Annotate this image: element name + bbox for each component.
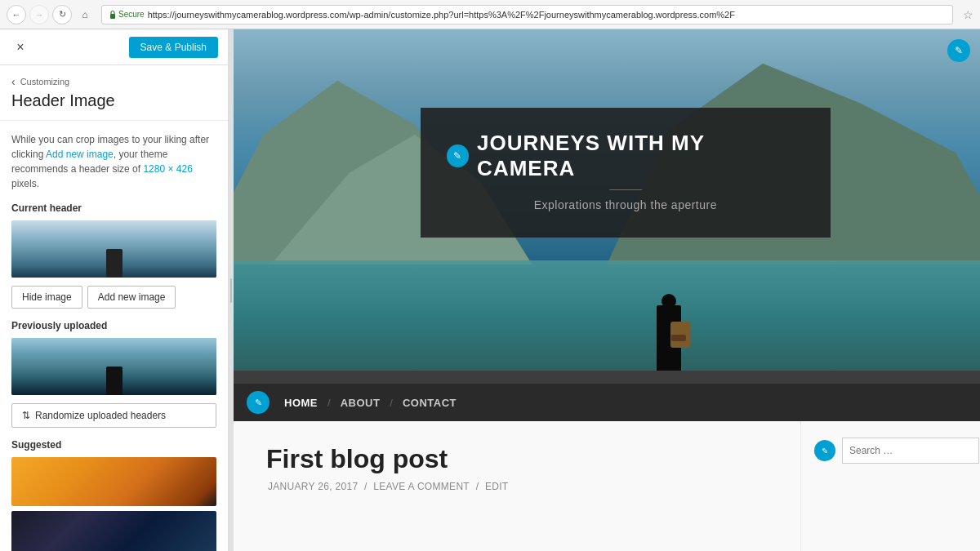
nav-item-contact[interactable]: CONTACT [398, 393, 461, 412]
lake-reflection [234, 260, 980, 370]
customizing-label: Customizing [20, 77, 70, 87]
home-button[interactable]: ⌂ [75, 5, 95, 24]
site-tagline: Explorations through the aperture [447, 198, 805, 211]
nav-separator-1: / [327, 397, 331, 409]
back-button[interactable]: ← [7, 5, 26, 24]
search-widget: ✎ SEARCH [814, 438, 967, 464]
blog-sidebar: ✎ SEARCH [800, 421, 980, 551]
search-input[interactable] [842, 438, 979, 464]
hide-image-button[interactable]: Hide image [11, 286, 82, 309]
address-bar[interactable]: Secure https://journeyswithmycamerablog.… [101, 5, 953, 24]
back-arrow-icon: ‹ [11, 75, 16, 88]
refresh-button[interactable]: ↻ [52, 5, 72, 24]
bookmark-icon[interactable]: ☆ [963, 8, 973, 21]
current-header-label: Current header [11, 202, 216, 214]
back-link[interactable]: ‹ Customizing [11, 75, 216, 88]
blog-main: First blog post JANUARY 26, 2017 / LEAVE… [234, 421, 800, 551]
browser-chrome: ← → ↻ ⌂ Secure https://journeyswithmycam… [0, 0, 980, 29]
site-title-overlay: ✎ JOURNEYS WITH MY CAMERA Explorations t… [421, 108, 831, 238]
panel-title: Header Image [11, 91, 216, 110]
site-header: ✎ JOURNEYS WITH MY CAMERA Explorations t… [234, 29, 980, 421]
svg-rect-0 [110, 14, 115, 19]
add-new-image-button[interactable]: Add new image [87, 286, 176, 309]
suggested-images [11, 457, 216, 551]
sidebar-edit-icon[interactable]: ✎ [814, 440, 835, 461]
current-header-preview [11, 220, 216, 278]
header-edit-icon[interactable]: ✎ [947, 39, 970, 62]
post-date: JANUARY 26, 2017 [268, 481, 358, 492]
leave-comment-link[interactable]: LEAVE A COMMENT [373, 481, 470, 492]
title-edit-icon[interactable]: ✎ [447, 144, 470, 167]
preview-area: ✎ JOURNEYS WITH MY CAMERA Explorations t… [234, 29, 980, 551]
post-meta: JANUARY 26, 2017 / LEAVE A COMMENT / EDI… [266, 481, 768, 492]
customizer-panel: × Save & Publish ‹ Customizing Header Im… [0, 29, 229, 551]
post-title: First blog post [266, 444, 768, 474]
forward-button[interactable]: → [29, 5, 49, 24]
nav-separator-2: / [390, 397, 393, 409]
panel-header: ‹ Customizing Header Image [0, 65, 228, 121]
site-title-row: ✎ JOURNEYS WITH MY CAMERA [447, 131, 805, 181]
nav-buttons: ← → ↻ ⌂ [7, 5, 95, 24]
meta-sep-2: / [476, 481, 479, 492]
secure-badge: Secure [109, 10, 145, 20]
blog-content: First blog post JANUARY 26, 2017 / LEAVE… [234, 421, 980, 551]
nav-item-about[interactable]: ABOUT [336, 393, 385, 412]
title-divider [609, 189, 642, 190]
previously-uploaded-label: Previously uploaded [11, 320, 216, 331]
panel-description: While you can crop images to your liking… [11, 132, 216, 191]
panel-toolbar: × Save & Publish [0, 29, 228, 65]
randomize-icon: ⇅ [22, 410, 30, 421]
url-text: https://journeyswithmycamerablog.wordpre… [148, 10, 735, 20]
close-button[interactable]: × [10, 37, 31, 58]
suggested-image-1[interactable] [11, 457, 216, 506]
nav-item-home[interactable]: HOME [279, 393, 323, 412]
suggested-label: Suggested [11, 439, 216, 451]
meta-sep-1: / [364, 481, 368, 492]
save-publish-button[interactable]: Save & Publish [129, 37, 218, 58]
person-silhouette [644, 281, 693, 371]
site-title: JOURNEYS WITH MY CAMERA [477, 131, 804, 181]
suggested-image-2[interactable] [11, 511, 216, 551]
navigation-bar: ✎ HOME / ABOUT / CONTACT [234, 384, 980, 421]
panel-content: While you can crop images to your liking… [0, 121, 228, 551]
main-layout: × Save & Publish ‹ Customizing Header Im… [0, 29, 980, 551]
randomize-button[interactable]: ⇅ Randomize uploaded headers [11, 403, 216, 428]
header-action-buttons: Hide image Add new image [11, 286, 216, 309]
previously-uploaded-preview[interactable] [11, 338, 216, 395]
edit-link[interactable]: EDIT [485, 481, 509, 492]
nav-edit-icon[interactable]: ✎ [247, 391, 270, 414]
add-new-image-link[interactable]: Add new image [46, 149, 114, 160]
